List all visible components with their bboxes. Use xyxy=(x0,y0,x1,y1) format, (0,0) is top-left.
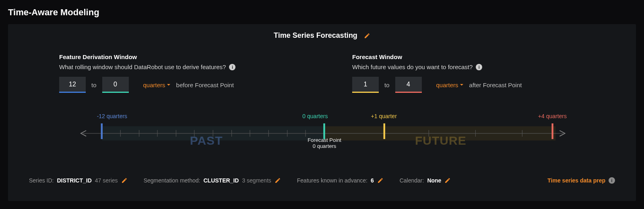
fdw-suffix: before Forecast Point xyxy=(176,82,234,88)
section-title-row: Time Series Forecasting xyxy=(29,31,615,40)
calendar-item: Calendar: None xyxy=(400,177,451,184)
ts-panel: Time Series Forecasting Feature Derivati… xyxy=(8,24,636,201)
kia-label: Features known in advance: xyxy=(297,177,367,184)
timeline-future-start-label: +1 quarter xyxy=(371,113,397,119)
calendar-value: None xyxy=(427,177,441,184)
pencil-icon[interactable] xyxy=(377,177,384,184)
kia-value: 6 xyxy=(371,177,374,184)
timeline-future-end-label: +4 quarters xyxy=(538,113,567,119)
pencil-icon[interactable] xyxy=(444,177,451,184)
fdw-from-input[interactable] xyxy=(59,77,86,93)
window-config-row: Feature Derivation Window What rolling w… xyxy=(29,53,615,93)
footer-row: Series ID: DISTRICT_ID 47 series Segment… xyxy=(29,177,615,184)
series-id-value: DISTRICT_ID xyxy=(57,177,91,184)
fdw-unit-label: quarters xyxy=(143,82,165,88)
fdw-to-input[interactable] xyxy=(102,77,129,93)
chevron-down-icon xyxy=(167,83,171,87)
fdw-unit-dropdown[interactable]: quarters xyxy=(143,82,171,88)
forecast-point-label: Forecast Point 0 quarters xyxy=(308,137,341,149)
calendar-label: Calendar: xyxy=(400,177,424,184)
segmentation-value: CLUSTER_ID xyxy=(204,177,239,184)
timeline: -12 quarters 0 quarters +1 quarter +4 qu… xyxy=(77,113,567,165)
segmentation-label: Segmentation method: xyxy=(144,177,200,184)
segmentation-count: 3 segments xyxy=(242,177,271,184)
fw-heading: Forecast Window xyxy=(352,53,585,60)
ts-data-prep-link[interactable]: Time series data prep i xyxy=(547,177,615,184)
info-icon[interactable]: i xyxy=(476,64,482,70)
fdw-question: What rolling window should DataRobot use… xyxy=(59,64,226,70)
fw-column: Forecast Window Which future values do y… xyxy=(322,53,615,93)
series-id-item: Series ID: DISTRICT_ID 47 series xyxy=(29,177,128,184)
fw-from-input[interactable] xyxy=(352,77,379,93)
fdw-column: Feature Derivation Window What rolling w… xyxy=(29,53,322,93)
pencil-icon[interactable] xyxy=(121,177,128,184)
fw-suffix: after Forecast Point xyxy=(469,82,522,88)
series-id-label: Series ID: xyxy=(29,177,54,184)
fw-to-input[interactable] xyxy=(395,77,422,93)
kia-item: Features known in advance: 6 xyxy=(297,177,384,184)
chevron-down-icon xyxy=(460,83,464,87)
fw-join-label: to xyxy=(384,82,390,88)
timeline-past-end-label: 0 quarters xyxy=(302,113,328,119)
fdw-join-label: to xyxy=(91,82,97,88)
ts-data-prep-label: Time series data prep xyxy=(547,177,605,184)
section-title: Time Series Forecasting xyxy=(274,31,357,40)
series-count: 47 series xyxy=(95,177,118,184)
page-title: Time-Aware Modeling xyxy=(8,7,636,18)
segmentation-item: Segmentation method: CLUSTER_ID 3 segmen… xyxy=(144,177,281,184)
info-icon[interactable]: i xyxy=(229,64,235,70)
timeline-past-start-label: -12 quarters xyxy=(97,113,127,119)
fw-unit-dropdown[interactable]: quarters xyxy=(436,82,464,88)
fw-unit-label: quarters xyxy=(436,82,458,88)
fdw-heading: Feature Derivation Window xyxy=(59,53,292,60)
fw-question: Which future values do you want to forec… xyxy=(352,64,473,70)
pencil-icon[interactable] xyxy=(364,33,370,39)
info-icon[interactable]: i xyxy=(609,177,615,184)
pencil-icon[interactable] xyxy=(275,177,281,184)
